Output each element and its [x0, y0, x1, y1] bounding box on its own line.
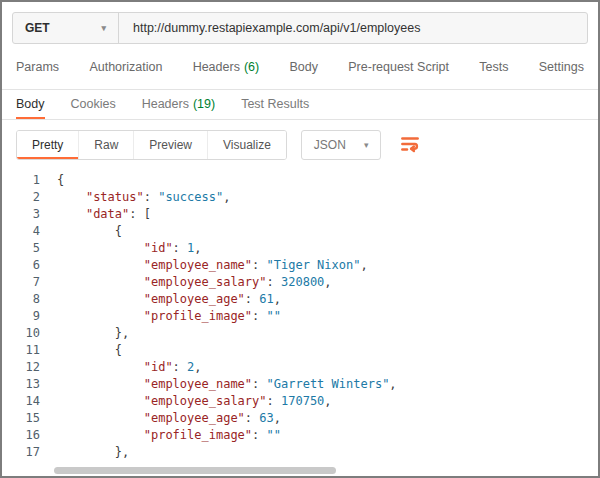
- code-text: "id": 2,: [40, 359, 202, 376]
- tab-label: Authorization: [89, 60, 162, 74]
- code-editor-lines: 1{2 "status": "success",3 "data": [4 {5 …: [2, 172, 598, 461]
- line-number: 9: [2, 308, 40, 325]
- line-number: 4: [2, 223, 40, 240]
- tab-label: Pre-request Script: [348, 60, 449, 74]
- code-line: 3 "data": [: [2, 206, 598, 223]
- code-line: 13 "employee_name": "Garrett Winters",: [2, 376, 598, 393]
- response-tabs: Body Cookies Headers (19) Test Results: [2, 90, 598, 120]
- code-text: "employee_age": 63,: [40, 410, 281, 427]
- tab-count: (6): [244, 60, 259, 74]
- line-number: 2: [2, 189, 40, 206]
- code-text: "profile_image": "": [40, 308, 281, 325]
- line-number: 15: [2, 410, 40, 427]
- format-dropdown[interactable]: JSON ▾: [301, 130, 382, 160]
- code-text: {: [40, 172, 64, 189]
- postman-window: { "request": { "method": "GET", "url": "…: [0, 0, 600, 478]
- code-text: "employee_salary": 170750,: [40, 393, 332, 410]
- line-number: 13: [2, 376, 40, 393]
- code-line: 7 "employee_salary": 320800,: [2, 274, 598, 291]
- code-line: 2 "status": "success",: [2, 189, 598, 206]
- tab-label: Headers: [142, 97, 189, 111]
- code-text: "profile_image": "": [40, 427, 281, 444]
- tab-label: Tests: [479, 60, 508, 74]
- code-line: 11 {: [2, 342, 598, 359]
- tab-body[interactable]: Body: [289, 60, 318, 74]
- tab-pre-request-script[interactable]: Pre-request Script: [348, 60, 449, 74]
- view-label: Raw: [94, 138, 118, 152]
- response-tab-body[interactable]: Body: [16, 90, 45, 119]
- code-line: 10 },: [2, 325, 598, 342]
- view-pretty[interactable]: Pretty: [17, 131, 79, 159]
- line-number: 1: [2, 172, 40, 189]
- code-line: 8 "employee_age": 61,: [2, 291, 598, 308]
- tab-params[interactable]: Params: [16, 60, 59, 74]
- code-text: {: [40, 223, 122, 240]
- tab-label: Body: [16, 97, 45, 111]
- line-number: 3: [2, 206, 40, 223]
- wrap-lines-button[interactable]: [399, 133, 421, 158]
- method-selector[interactable]: GET ▾: [13, 13, 119, 43]
- line-number: 17: [2, 444, 40, 461]
- code-line: 12 "id": 2,: [2, 359, 598, 376]
- tab-headers[interactable]: Headers (6): [193, 60, 260, 74]
- line-number: 5: [2, 240, 40, 257]
- request-tabs: Params Authorization Headers (6) Body Pr…: [2, 44, 598, 90]
- request-url-bar: GET ▾ http://dummy.restapiexample.com/ap…: [12, 12, 588, 44]
- code-text: "id": 1,: [40, 240, 202, 257]
- code-line: 9 "profile_image": "": [2, 308, 598, 325]
- code-text: },: [40, 325, 129, 342]
- tab-count: (19): [193, 97, 215, 111]
- code-text: "employee_age": 61,: [40, 291, 281, 308]
- code-line: 4 {: [2, 223, 598, 240]
- code-text: },: [40, 444, 129, 461]
- format-label: JSON: [314, 138, 346, 152]
- code-text: "employee_salary": 320800,: [40, 274, 332, 291]
- code-line: 5 "id": 1,: [2, 240, 598, 257]
- view-raw[interactable]: Raw: [79, 131, 134, 159]
- chevron-down-icon: ▾: [364, 140, 369, 150]
- line-number: 7: [2, 274, 40, 291]
- line-number: 16: [2, 427, 40, 444]
- view-label: Pretty: [32, 138, 63, 152]
- url-text: http://dummy.restapiexample.com/api/v1/e…: [133, 21, 420, 35]
- line-number: 6: [2, 257, 40, 274]
- method-label: GET: [25, 21, 50, 35]
- tab-tests[interactable]: Tests: [479, 60, 508, 74]
- response-tab-headers[interactable]: Headers (19): [142, 90, 215, 119]
- tab-label: Params: [16, 60, 59, 74]
- chevron-down-icon: ▾: [101, 23, 106, 33]
- view-toggle-group: Pretty Raw Preview Visualize: [16, 130, 287, 160]
- response-tab-test-results[interactable]: Test Results: [241, 90, 309, 119]
- tab-label: Settings: [539, 60, 584, 74]
- line-number: 8: [2, 291, 40, 308]
- code-text: {: [40, 342, 122, 359]
- code-text: "employee_name": "Tiger Nixon",: [40, 257, 368, 274]
- code-line: 1{: [2, 172, 598, 189]
- view-label: Visualize: [223, 138, 271, 152]
- tab-label: Headers: [193, 60, 240, 74]
- scrollbar-thumb[interactable]: [54, 467, 336, 474]
- view-label: Preview: [149, 138, 192, 152]
- tab-settings[interactable]: Settings: [539, 60, 584, 74]
- line-number: 10: [2, 325, 40, 342]
- line-number: 12: [2, 359, 40, 376]
- response-tab-cookies[interactable]: Cookies: [71, 90, 116, 119]
- line-number: 14: [2, 393, 40, 410]
- code-text: "status": "success",: [40, 189, 230, 206]
- tab-label: Cookies: [71, 97, 116, 111]
- horizontal-scrollbar[interactable]: [2, 467, 598, 475]
- response-body-editor[interactable]: 1{2 "status": "success",3 "data": [4 {5 …: [2, 168, 598, 464]
- view-preview[interactable]: Preview: [134, 131, 208, 159]
- tab-label: Test Results: [241, 97, 309, 111]
- code-line: 17 },: [2, 444, 598, 461]
- response-view-bar: Pretty Raw Preview Visualize JSON ▾: [2, 120, 598, 168]
- code-line: 16 "profile_image": "": [2, 427, 598, 444]
- code-text: "data": [: [40, 206, 151, 223]
- url-input[interactable]: http://dummy.restapiexample.com/api/v1/e…: [119, 13, 587, 43]
- tab-authorization[interactable]: Authorization: [89, 60, 162, 74]
- code-line: 14 "employee_salary": 170750,: [2, 393, 598, 410]
- code-line: 15 "employee_age": 63,: [2, 410, 598, 427]
- line-number: 11: [2, 342, 40, 359]
- code-text: "employee_name": "Garrett Winters",: [40, 376, 397, 393]
- view-visualize[interactable]: Visualize: [208, 131, 286, 159]
